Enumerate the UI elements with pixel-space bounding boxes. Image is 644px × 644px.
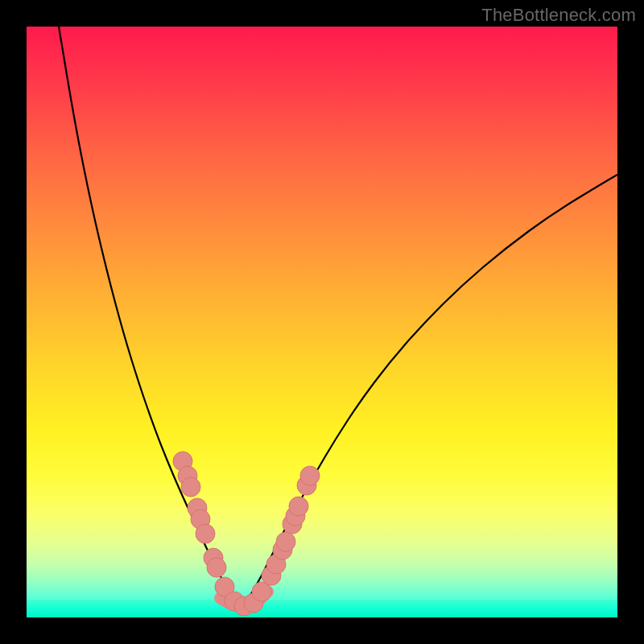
data-marker: [207, 558, 226, 577]
data-marker: [196, 524, 215, 543]
watermark-text: TheBottleneck.com: [481, 5, 636, 26]
data-marker: [300, 466, 320, 485]
left-curve: [59, 27, 241, 603]
chart-svg: [27, 27, 617, 617]
data-marker: [181, 477, 200, 497]
data-marker: [276, 532, 295, 551]
right-curve: [241, 175, 617, 603]
marker-group: [173, 452, 320, 616]
curve-group: [59, 27, 617, 606]
data-marker: [289, 497, 308, 516]
